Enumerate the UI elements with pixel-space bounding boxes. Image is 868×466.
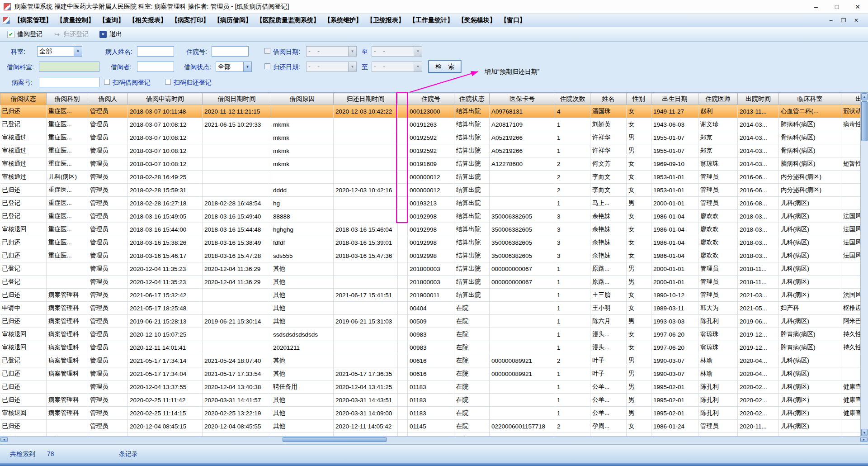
table-row[interactable]: 已登记重症医...管理员2018-03-07 10:08:122021-06-1… [0,118,868,131]
column-header[interactable]: 姓名 [590,93,627,105]
column-header[interactable]: 借阅状态 [0,93,47,105]
column-header[interactable]: 性别 [627,93,651,105]
exit-button[interactable]: ✕ 退出 [96,29,126,40]
borrow-register-button[interactable]: ✔ 借阅登记 [4,29,46,40]
patient-name-input[interactable] [137,46,174,57]
column-header[interactable]: 住院状态 [454,93,490,105]
menu-item[interactable]: 【病案管理】 [12,16,54,24]
scroll-down-icon[interactable]: ▼ [861,429,868,436]
borrow-status-select[interactable]: 全部 ▼ [216,62,252,72]
table-row[interactable]: 已登记管理员2020-12-04 11:35:232020-12-04 11:3… [0,276,868,289]
chevron-down-icon[interactable]: ▼ [348,47,356,56]
table-row[interactable]: 审核通过儿科(病区)管理员2018-02-28 16:49:2500000001… [0,171,868,184]
mdi-minimize-button[interactable]: – [826,16,835,24]
chevron-down-icon[interactable]: ▼ [74,47,82,56]
column-header[interactable]: 借阅申请时间 [128,93,203,105]
column-header[interactable]: 归还日期时间 [334,93,398,105]
menu-item[interactable]: 【查询】 [97,16,127,24]
borrow-date-from-select[interactable]: - - ▼ [306,46,357,57]
table-row[interactable]: 已归还重症医...管理员2018-03-16 15:38:262018-03-1… [0,236,868,249]
column-header[interactable]: 住院号 [408,93,454,105]
chevron-down-icon[interactable]: ▼ [414,47,422,56]
table-row[interactable]: 已归还病案管理科管理员2021-05-17 17:34:042021-05-17… [0,367,868,380]
borrow-date-to-select[interactable]: - - ▼ [372,46,422,57]
borrow-date-checkbox[interactable] [264,48,270,54]
chevron-down-icon[interactable]: ▼ [243,62,251,71]
minimize-button[interactable]: – [806,0,826,14]
return-date-from-value: - - [307,62,348,71]
table-row[interactable]: 审核退回重症医...管理员2018-03-16 15:44:002018-03-… [0,223,868,236]
chevron-down-icon[interactable]: ▼ [414,62,422,71]
mdi-restore-button[interactable]: ❐ [839,16,848,24]
search-button[interactable]: 检 索 [429,61,461,73]
table-row[interactable]: 已归还病案管理科管理员其他在院1儿科(病区) [0,433,868,437]
menu-item[interactable]: 【相关报表】 [127,16,169,24]
table-row[interactable]: 已归还管理员2020-12-04 13:37:552020-12-04 13:4… [0,380,868,394]
column-header[interactable]: 住院医师 [698,93,738,105]
column-header[interactable]: 临床科室 [779,93,841,105]
return-date-checkbox[interactable] [264,63,270,69]
column-header[interactable]: 出院时间 [738,93,779,105]
mdi-close-button[interactable]: ✕ [852,16,861,24]
menu-item[interactable]: 【奖惩模块】 [456,16,498,24]
table-cell: 00191609 [408,157,454,171]
table-row[interactable]: 已归还病案管理科管理员2019-06-21 15:28:132019-06-21… [0,315,868,328]
table-row[interactable]: 审核退回病案管理科管理员2020-02-25 11:14:152020-02-2… [0,407,868,420]
horizontal-scrollbar[interactable]: ◄ ► [0,436,868,442]
menu-item[interactable]: 【医院质量监测系统】 [254,16,322,24]
table-row[interactable]: 申请中病案管理科管理员2021-05-17 18:25:48其他00404在院1… [0,302,868,315]
table-row[interactable]: 已归还重症医...管理员2018-03-16 15:46:172018-03-1… [0,249,868,262]
scroll-up-icon[interactable]: ▲ [861,93,868,100]
column-header[interactable]: 借阅人 [88,93,128,105]
scan-return-checkbox[interactable] [165,79,171,85]
scroll-right-icon[interactable]: ► [860,437,868,442]
borrow-dept-input[interactable] [39,62,99,72]
table-row[interactable]: 已登记重症医...管理员2018-02-28 16:27:182018-02-2… [0,197,868,210]
vertical-scroll-thumb[interactable] [861,101,868,141]
column-header[interactable]: 住院次数 [555,93,590,105]
vertical-scrollbar[interactable]: ▲ ▼ [860,93,868,436]
menu-item[interactable]: 【病历借阅】 [212,16,254,24]
table-cell: 2021-05-24 18:07:40 [203,354,271,367]
table-row[interactable]: 审核通过重症医...管理员2018-03-07 10:08:12mkmk0019… [0,131,868,144]
column-header[interactable]: 借阅日期时间 [203,93,271,105]
return-register-button[interactable]: ↪ 归还登记 [50,29,92,40]
table-row[interactable]: 审核退回病案管理科管理员2020-12-11 14:01:41202012110… [0,341,868,354]
table-cell [203,289,271,302]
horizontal-scroll-thumb[interactable] [283,437,387,442]
dept-select[interactable]: 全部 ▼ [37,46,82,57]
close-button[interactable]: ✕ [847,0,868,14]
table-row[interactable]: 已归还病案管理科管理员2020-02-25 11:11:422020-03-31… [0,394,868,407]
column-header[interactable]: 出生日期 [651,93,698,105]
column-header[interactable]: 借阅科别 [47,93,88,105]
record-no-input[interactable] [39,77,99,87]
column-header[interactable]: 医保卡号 [490,93,555,105]
menu-item[interactable]: 【卫统报表】 [364,16,407,24]
menu-item[interactable]: 【系统维护】 [322,16,364,24]
menu-item[interactable]: 【病案打印】 [169,16,212,24]
table-row[interactable]: 已归还管理员2020-12-04 08:45:152020-12-04 08:4… [0,420,868,433]
return-date-to-select[interactable]: - - ▼ [372,62,422,72]
menu-item[interactable]: 【窗口】 [498,16,528,24]
table-cell: 000000000067 [490,276,555,289]
chevron-down-icon[interactable]: ▼ [348,62,356,71]
table-row[interactable]: 已归还重症医...管理员2018-02-28 15:59:31dddd2020-… [0,184,868,197]
menu-item[interactable]: 【工作量统计】 [407,16,456,24]
scroll-left-icon[interactable]: ◄ [0,437,8,442]
return-date-from-select[interactable]: - - ▼ [306,62,357,72]
table-row[interactable]: 已归还病案管理科管理员2021-06-17 15:32:42其他2021-06-… [0,289,868,302]
scan-borrow-checkbox[interactable] [104,79,110,85]
table-row[interactable]: 已登记管理员2020-12-04 11:35:232020-12-04 11:3… [0,262,868,276]
column-header[interactable] [398,93,408,105]
table-row[interactable]: 已登记重症医...管理员2018-03-16 15:49:052018-03-1… [0,210,868,223]
table-row[interactable]: 已归还重症医...管理员2018-03-07 10:11:482020-11-1… [0,105,868,118]
maximize-button[interactable]: □ [826,0,847,14]
table-row[interactable]: 审核通过重症医...管理员2018-03-07 10:08:12mkmk0019… [0,157,868,171]
menu-item[interactable]: 【质量控制】 [54,16,97,24]
table-row[interactable]: 审核退回病案管理科管理员2020-12-10 15:07:25ssdsdsdsd… [0,328,868,341]
column-header[interactable]: 借阅原因 [271,93,334,105]
table-row[interactable]: 审核通过重症医...管理员2018-03-07 10:08:12mkmk0019… [0,144,868,157]
table-row[interactable]: 已登记病案管理科管理员2021-05-17 17:34:142021-05-24… [0,354,868,367]
borrower-input[interactable] [137,62,174,72]
inpatient-no-input[interactable] [212,46,249,57]
